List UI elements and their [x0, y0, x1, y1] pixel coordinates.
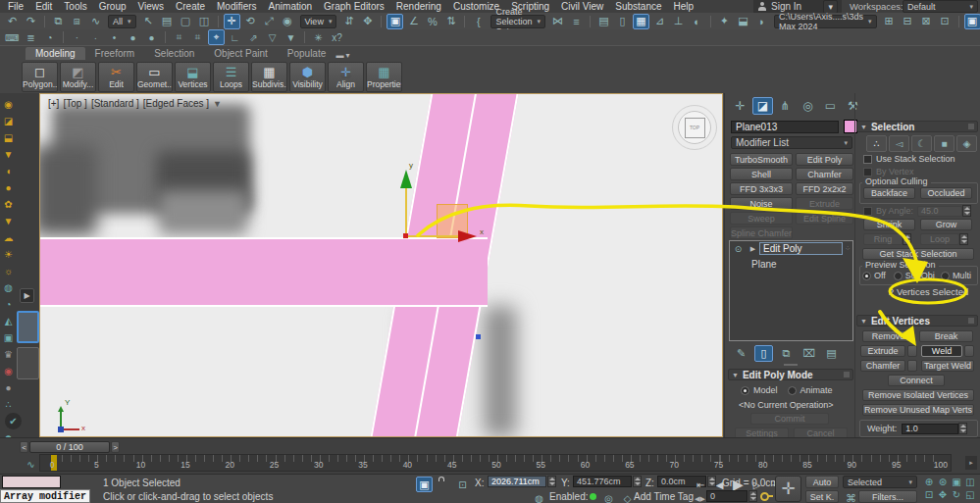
tool-sphere-icon[interactable]: ●	[0, 379, 17, 396]
ribbon-button-visibility[interactable]: ⬢ Visibility	[289, 62, 326, 92]
selection[interactable]: Selection	[144, 47, 204, 60]
tool-person-icon[interactable]: ◉	[0, 96, 17, 113]
ribbon-button-polygon[interactable]: ◻ Polygon...	[22, 62, 58, 92]
remove-button[interactable]: Remove	[862, 330, 914, 342]
by-vertex-checkbox[interactable]	[863, 168, 872, 176]
align-icon[interactable]: ≡	[568, 14, 585, 29]
ring-spinner[interactable]	[903, 233, 911, 245]
tool-cone-icon[interactable]: ▼	[0, 146, 17, 163]
viewport-menu-pov[interactable]: [Top ]	[63, 98, 86, 109]
rollout-pin[interactable]	[968, 318, 974, 324]
time-slider[interactable]: 0 / 100	[29, 441, 110, 453]
by-angle-checkbox[interactable]	[863, 207, 872, 216]
chamfer-button[interactable]: Chamfer	[860, 360, 905, 372]
get-stack-selection-button[interactable]: Get Stack Selection	[862, 248, 974, 260]
record-icon[interactable]: ◎	[600, 490, 617, 503]
maxscript-listener-note[interactable]: Array modifier	[0, 489, 90, 503]
maximize-viewport-icon[interactable]: ◱	[963, 488, 977, 501]
select-object-icon[interactable]: ↖	[140, 14, 157, 29]
track-bar-end-arrow[interactable]: ▸	[965, 456, 977, 470]
named-selection-sets-icon[interactable]: {	[470, 14, 487, 29]
window-crossing-icon[interactable]: ◫	[196, 14, 213, 29]
ffd-2x2x2[interactable]: FFD 2x2x2	[796, 182, 853, 195]
pan-icon[interactable]: ✥	[936, 488, 950, 501]
target-weld-button[interactable]: Target Weld	[921, 360, 974, 372]
set-key-mode-icon[interactable]: ⌘	[843, 490, 859, 503]
substance[interactable]: Substance	[609, 0, 667, 13]
tool-sun-outline-icon[interactable]: ☼	[0, 263, 17, 279]
freeform[interactable]: Freeform	[85, 47, 145, 60]
key-filter-dropdown[interactable]: Selected▾	[843, 476, 917, 488]
zoom-region-icon[interactable]: ⊡	[922, 488, 936, 501]
zoom-extents-all-icon[interactable]: ◫	[963, 476, 977, 488]
animate-radio[interactable]	[788, 386, 797, 395]
select-by-name-icon[interactable]: ▤	[159, 14, 176, 29]
scene-explorer-icon[interactable]: ▯	[614, 14, 631, 29]
hierarchy-tab[interactable]: ⋔	[775, 97, 796, 115]
weld-settings-button[interactable]	[964, 345, 974, 357]
check-circle-icon[interactable]: ✔	[5, 413, 22, 429]
help-mode-icon[interactable]: ◔	[41, 29, 58, 45]
axis-constraint-xy-icon[interactable]: ⇗	[245, 29, 262, 45]
preview-off-radio[interactable]	[862, 272, 871, 280]
redo-icon[interactable]: ↷	[23, 14, 39, 29]
snap-3d-icon[interactable]: ⌖	[208, 29, 225, 45]
list-view-icon[interactable]: ≣	[23, 29, 39, 45]
toolbar-icon[interactable]	[165, 31, 166, 43]
motion-tab[interactable]: ◎	[798, 97, 818, 115]
ribbon-toggle-icon[interactable]: ▦	[633, 14, 649, 29]
commit-button[interactable]: Commit	[750, 413, 829, 425]
workspace-dropdown[interactable]: Default ▾	[903, 0, 978, 13]
tool-half-icon[interactable]: ◖	[0, 163, 17, 179]
snap-axis-center-icon[interactable]: ▼	[283, 29, 299, 45]
autobackup-icon[interactable]: ▣	[964, 14, 980, 29]
unlink-selection-icon[interactable]: ⧈	[69, 14, 85, 29]
filter-funnel-icon[interactable]: ▼	[213, 99, 222, 109]
edge-mode-icon[interactable]: ◅	[889, 135, 909, 152]
set-keys-button[interactable]: ✛	[775, 476, 801, 502]
soft-selection-2-icon[interactable]: ∙	[87, 29, 104, 45]
new-scene-state-icon[interactable]: ⊠	[918, 14, 935, 29]
curve-editor-icon[interactable]: ⊿	[651, 14, 668, 29]
views[interactable]: Views	[132, 0, 171, 13]
isolate-selection-toggle-icon[interactable]: ▣	[416, 477, 433, 492]
rendered-frame-icon[interactable]: ⬓	[735, 14, 751, 29]
tool-camera-icon[interactable]: ◪	[0, 113, 17, 129]
vertex-mode-icon[interactable]: ∴	[866, 135, 887, 152]
panel-resize-handle[interactable]	[784, 364, 798, 366]
select-keys-icon[interactable]: ✳	[310, 29, 327, 45]
restore-scene-state-icon[interactable]: ⊡	[937, 14, 954, 29]
ribbon-button-edit[interactable]: ✂ Edit	[98, 62, 134, 92]
maxscript-mini-listener[interactable]	[2, 476, 61, 488]
y-spinner[interactable]	[633, 476, 642, 487]
by-angle-field[interactable]: 45.0	[917, 206, 962, 217]
schematic-view-icon[interactable]: ⊥	[670, 14, 687, 29]
zoom-extents-icon[interactable]: ▣	[950, 476, 963, 488]
edit-spline[interactable]: Edit Spline	[796, 212, 853, 225]
weight-spinner[interactable]	[958, 423, 967, 434]
save-scene-state-icon[interactable]: ⊞	[881, 14, 898, 29]
noise[interactable]: Noise	[730, 197, 793, 210]
undo-icon[interactable]: ↶	[4, 14, 21, 29]
tool-crown-icon[interactable]: ♛	[0, 346, 17, 363]
modifier-list-dropdown[interactable]: Modifier List ▾	[731, 136, 852, 149]
rollout-pin[interactable]	[844, 372, 850, 377]
preview-subobj-radio[interactable]	[894, 272, 903, 280]
soft-selection-4-icon[interactable]: ●	[125, 29, 141, 45]
help[interactable]: Help	[668, 0, 700, 13]
keyboard-override-icon[interactable]: ⌨	[4, 29, 21, 45]
stack-expand-icon[interactable]: ▶	[748, 241, 758, 257]
show-end-result-icon[interactable]: ▯	[754, 345, 773, 362]
tool-box-icon[interactable]: ▣	[0, 329, 17, 346]
frame-spinner[interactable]	[748, 490, 757, 502]
tool-video-icon[interactable]: ⬓	[0, 129, 17, 146]
vertex-dot[interactable]	[476, 334, 481, 339]
select-and-place-icon[interactable]: ◉	[280, 14, 296, 29]
selection-region-icon[interactable]: ▢	[178, 14, 194, 29]
modify-tab[interactable]: ◪	[752, 97, 773, 115]
tool-prism-icon[interactable]: ◭	[0, 313, 17, 329]
next-frame-nudge-button[interactable]: >	[111, 441, 120, 453]
make-unique-icon[interactable]: ⧉	[777, 345, 796, 362]
tool-dots-icon[interactable]: ∴	[0, 396, 17, 413]
mini-curve-editor-button[interactable]: ∿	[23, 456, 39, 472]
